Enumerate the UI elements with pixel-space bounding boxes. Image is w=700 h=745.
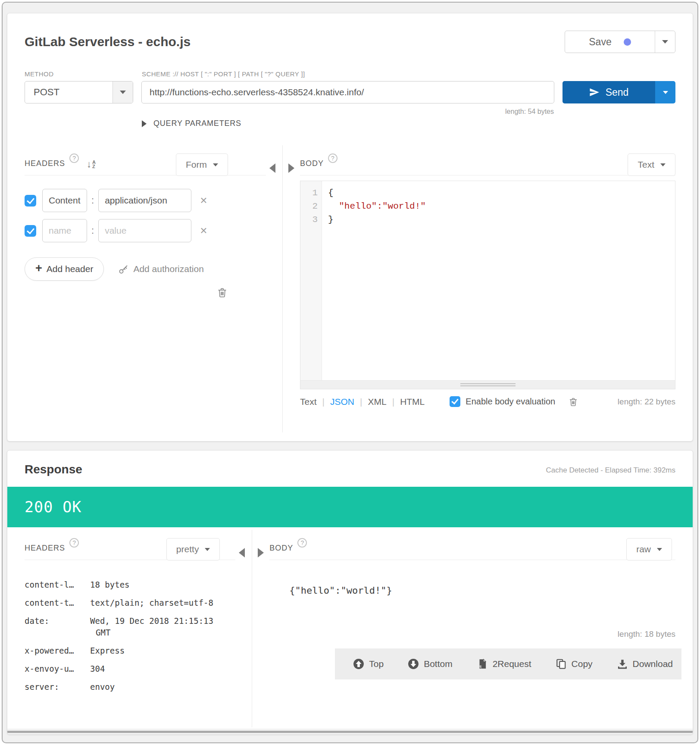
headers-view-mode: Form xyxy=(186,160,207,170)
trash-icon[interactable] xyxy=(216,287,228,298)
query-parameters-toggle[interactable]: QUERY PARAMETERS xyxy=(142,119,675,128)
collapse-left-icon[interactable] xyxy=(269,163,275,173)
remove-header-icon[interactable]: × xyxy=(200,225,207,237)
remove-header-icon[interactable]: × xyxy=(200,194,207,207)
response-headers-list: content-l…18 bytescontent-t…text/plain; … xyxy=(25,579,235,699)
header-name-input[interactable] xyxy=(42,189,87,212)
code-line: } xyxy=(328,213,675,226)
scrollbar-thumb[interactable] xyxy=(7,731,693,733)
send-dropdown-button[interactable] xyxy=(655,81,675,103)
editor-resize-handle[interactable] xyxy=(460,383,516,388)
format-link-xml[interactable]: XML xyxy=(368,397,386,407)
editor-scrollbar[interactable] xyxy=(300,380,675,389)
toolbar-button-label: Copy xyxy=(572,659,593,669)
help-icon[interactable]: ? xyxy=(328,153,338,163)
request-body-panel: BODY ? Text 123 { "hello":"world!"} xyxy=(300,144,675,432)
toolbar-download-button[interactable]: Download xyxy=(617,658,673,670)
save-button[interactable]: Save xyxy=(565,31,655,53)
chevron-down-icon xyxy=(663,91,668,94)
response-headers-panel: HEADERS ? pretty content-l…18 bytesconte… xyxy=(25,528,235,727)
format-link-json[interactable]: JSON xyxy=(330,397,354,407)
add-authorization-button[interactable]: Add authorization xyxy=(119,264,203,274)
panel-divider xyxy=(282,145,283,432)
send-button[interactable]: Send xyxy=(562,81,655,103)
response-header-row: content-t…text/plain; charset=utf-8 xyxy=(25,597,235,609)
body-panel-title: BODY xyxy=(300,159,324,168)
response-header-value: Wed, 19 Dec 2018 21:15:13GMT xyxy=(90,615,235,639)
header-row: :× xyxy=(25,188,266,213)
help-icon[interactable]: ? xyxy=(69,538,79,548)
response-headers-view-select[interactable]: pretty xyxy=(166,538,220,560)
toolbar-button-label: Download xyxy=(633,659,673,669)
send-split-button: Send xyxy=(562,81,675,103)
chevron-down-icon xyxy=(120,91,126,94)
response-header-name: content-l… xyxy=(25,579,90,591)
body-view-mode: Text xyxy=(638,160,654,170)
plus-icon: + xyxy=(35,262,42,275)
body-view-mode-select[interactable]: Text xyxy=(628,153,675,176)
help-icon[interactable]: ? xyxy=(297,538,307,548)
collapse-right-icon[interactable] xyxy=(288,163,294,173)
toolbar-bottom-button[interactable]: Bottom xyxy=(408,658,453,670)
sort-az-icon[interactable]: ↓AZ xyxy=(87,160,96,169)
query-parameters-label: QUERY PARAMETERS xyxy=(153,119,241,128)
headers-panel-title: HEADERS xyxy=(25,159,65,168)
header-value-input[interactable] xyxy=(98,219,191,242)
response-body-length: length: 18 bytes xyxy=(269,629,675,639)
response-header-name: x-envoy-u… xyxy=(25,663,90,675)
url-input[interactable] xyxy=(141,81,554,103)
editor-line-numbers: 123 xyxy=(300,181,322,380)
request-title: GitLab Serverless - echo.js xyxy=(25,34,191,49)
collapse-right-icon[interactable] xyxy=(258,548,264,557)
chevron-down-icon xyxy=(213,163,218,166)
line-number: 2 xyxy=(300,200,318,213)
code-line: { xyxy=(328,186,675,200)
response-body-panel: BODY ? raw {"hello":"world!"} length: 18… xyxy=(269,528,675,727)
save-button-label: Save xyxy=(589,36,611,48)
top-icon xyxy=(353,658,364,670)
toolbar-copy-button[interactable]: Copy xyxy=(556,658,593,670)
save-dropdown-button[interactable] xyxy=(655,31,675,53)
save-split-button: Save xyxy=(565,31,675,53)
response-header-value: 18 bytes xyxy=(90,579,235,591)
toolbar-2request-button[interactable]: 2Request xyxy=(477,658,531,670)
method-caret[interactable] xyxy=(112,81,133,103)
unsaved-changes-dot xyxy=(624,38,631,46)
format-separator: | xyxy=(392,397,394,407)
collapse-left-icon[interactable] xyxy=(239,548,245,557)
add-header-button[interactable]: + Add header xyxy=(25,257,104,281)
response-body-view-select[interactable]: raw xyxy=(626,538,672,560)
download-icon xyxy=(617,658,628,670)
expand-right-icon xyxy=(142,120,147,127)
response-card: Response Cache Detected - Elapsed Time: … xyxy=(7,450,693,735)
header-row-checkbox[interactable] xyxy=(25,225,36,237)
method-select[interactable]: POST xyxy=(25,81,133,103)
response-header-value: envoy xyxy=(90,681,235,693)
response-header-row: x-envoy-u…304 xyxy=(25,663,235,675)
header-row-checkbox[interactable] xyxy=(25,195,36,207)
headers-view-mode-select[interactable]: Form xyxy=(176,153,228,176)
toolbar-top-button[interactable]: Top xyxy=(353,658,384,670)
editor-code-area[interactable]: { "hello":"world!"} xyxy=(322,181,675,380)
response-header-value: Express xyxy=(90,645,235,657)
response-header-value-wrap: GMT xyxy=(90,627,235,639)
header-colon: : xyxy=(91,195,94,206)
request-headers-panel: HEADERS ? ↓AZ Form :×:× + Add xyxy=(25,144,266,432)
format-link-html[interactable]: HTML xyxy=(400,397,425,407)
response-headers-title: HEADERS xyxy=(25,544,65,553)
response-title: Response xyxy=(25,463,82,476)
trash-icon[interactable] xyxy=(568,397,578,407)
line-number: 3 xyxy=(300,213,318,226)
enable-body-evaluation-checkbox[interactable] xyxy=(450,396,460,407)
help-icon[interactable]: ? xyxy=(69,153,79,163)
header-value-input[interactable] xyxy=(98,189,191,212)
code-line: "hello":"world!" xyxy=(328,200,675,213)
toolbar-button-label: Bottom xyxy=(424,659,453,669)
response-header-name: x-powered… xyxy=(25,645,90,657)
key-icon xyxy=(119,264,129,274)
header-name-input[interactable] xyxy=(42,219,87,242)
toolbar-button-label: Top xyxy=(369,659,384,669)
method-label: METHOD xyxy=(25,70,142,78)
format-link-text[interactable]: Text xyxy=(300,397,317,407)
format-separator: | xyxy=(322,397,325,407)
